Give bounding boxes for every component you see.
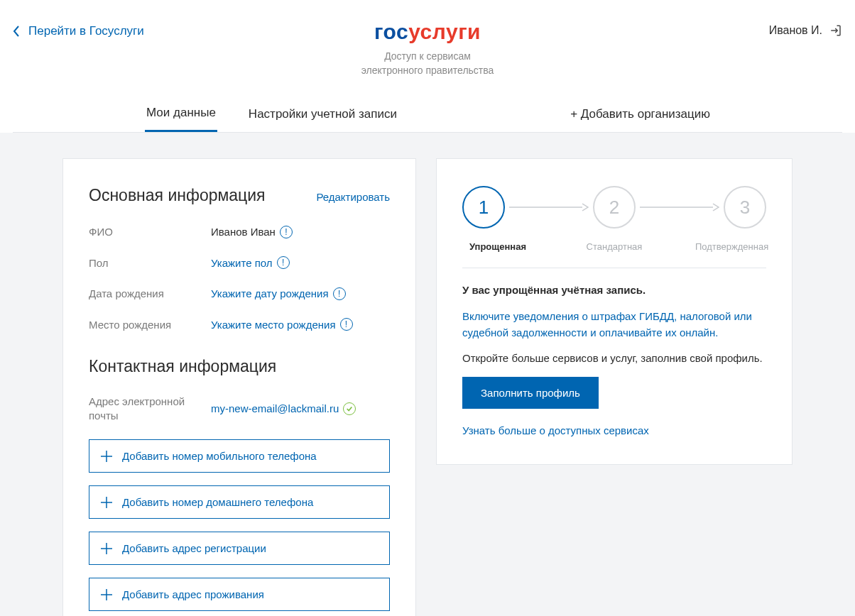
row-fio: ФИО Иванов Иван ! xyxy=(89,225,390,239)
row-dob: Дата рождения Укажите дату рождения ! xyxy=(89,287,390,301)
tab-account-settings[interactable]: Настройки учетной записи xyxy=(247,99,398,131)
notifications-info-link[interactable]: Включите уведомления о штрафах ГИБДД, на… xyxy=(462,310,752,339)
pob-label: Место рождения xyxy=(89,318,211,332)
add-mobile-label: Добавить номер мобильного телефона xyxy=(122,450,317,462)
dob-label: Дата рождения xyxy=(89,287,211,301)
add-mobile-phone-button[interactable]: Добавить номер мобильного телефона xyxy=(89,439,390,473)
back-to-gosuslugi-link[interactable]: Перейти в Госуслуги xyxy=(13,24,144,38)
step-2-circle: 2 xyxy=(593,186,636,229)
tab-add-organization[interactable]: + Добавить организацию xyxy=(570,99,710,131)
add-residence-address-button[interactable]: Добавить адрес проживания xyxy=(89,578,390,611)
dob-link[interactable]: Укажите дату рождения xyxy=(211,287,329,299)
row-gender: Пол Укажите пол ! xyxy=(89,256,390,270)
account-status-text: Откройте больше сервисов и услуг, заполн… xyxy=(462,351,766,367)
warning-icon: ! xyxy=(340,318,353,331)
arrow-right-icon xyxy=(640,203,719,211)
back-link-label: Перейти в Госуслуги xyxy=(28,24,144,38)
step-3-circle: 3 xyxy=(724,186,766,229)
add-res-label: Добавить адрес проживания xyxy=(122,588,264,600)
content: Основная информация Редактировать ФИО Ив… xyxy=(0,133,855,616)
step-1: 1 xyxy=(462,186,505,229)
email-value[interactable]: my-new-email@lackmail.ru xyxy=(211,402,339,414)
plus-icon xyxy=(101,497,112,508)
card-account-level: 1 2 3 Упрощенная Ст xyxy=(436,158,793,465)
add-home-phone-button[interactable]: Добавить номер домашнего телефона xyxy=(89,485,390,519)
step-connector xyxy=(505,186,593,229)
warning-icon: ! xyxy=(280,226,293,238)
step-labels: Упрощенная Стандартная Подтвержденная xyxy=(462,241,766,252)
step-1-label: Упрощенная xyxy=(462,241,533,252)
account-status-title: У вас упрощённая учётная запись. xyxy=(462,284,766,296)
row-pob: Место рождения Укажите место рождения ! xyxy=(89,318,390,332)
edit-link[interactable]: Редактировать xyxy=(316,191,390,203)
plus-icon xyxy=(101,543,112,554)
step-1-circle: 1 xyxy=(462,186,505,229)
gender-label: Пол xyxy=(89,256,211,270)
step-3-label: Подтвержденная xyxy=(695,241,766,252)
warning-icon: ! xyxy=(333,287,346,300)
step-2-label: Стандартная xyxy=(579,241,650,252)
fio-value: Иванов Иван xyxy=(211,226,276,238)
tabs: Мои данные Настройки учетной записи + До… xyxy=(13,97,842,133)
step-2: 2 xyxy=(593,186,636,229)
card-basic-info: Основная информация Редактировать ФИО Ив… xyxy=(62,158,416,616)
add-reg-label: Добавить адрес регистрации xyxy=(122,542,266,554)
logout-icon[interactable] xyxy=(829,24,842,37)
steps: 1 2 3 xyxy=(462,186,766,229)
warning-icon: ! xyxy=(277,256,290,269)
gender-link[interactable]: Укажите пол xyxy=(211,257,273,269)
add-registration-address-button[interactable]: Добавить адрес регистрации xyxy=(89,532,390,565)
user-menu[interactable]: Иванов И. xyxy=(769,24,842,37)
step-connector xyxy=(636,186,724,229)
basic-info-title: Основная информация xyxy=(89,186,266,205)
logo: госуслуги xyxy=(374,20,481,44)
add-home-label: Добавить номер домашнего телефона xyxy=(122,496,313,508)
header: Перейти в Госуслуги госуслуги Доступ к с… xyxy=(0,0,855,133)
fio-label: ФИО xyxy=(89,225,211,239)
verified-icon xyxy=(343,402,356,415)
contact-info-title: Контактная информация xyxy=(89,357,390,376)
chevron-left-icon xyxy=(13,26,20,37)
row-email: Адрес электронной почты my-new-email@lac… xyxy=(89,395,390,422)
arrow-right-icon xyxy=(509,203,589,211)
step-3: 3 xyxy=(724,186,766,229)
plus-icon xyxy=(101,451,112,462)
user-name: Иванов И. xyxy=(769,24,822,37)
fill-profile-button[interactable]: Заполнить профиль xyxy=(462,377,599,409)
logo-part-1: гос xyxy=(374,20,408,43)
logo-part-2: услуги xyxy=(408,20,481,43)
learn-more-link[interactable]: Узнать больше о доступных сервисах xyxy=(462,424,649,436)
plus-icon xyxy=(101,589,112,600)
email-label: Адрес электронной почты xyxy=(89,395,211,422)
separator xyxy=(462,268,766,268)
tab-my-data[interactable]: Мои данные xyxy=(145,97,217,132)
logo-subtitle: Доступ к сервисам электронного правитель… xyxy=(13,50,842,77)
pob-link[interactable]: Укажите место рождения xyxy=(211,319,336,331)
